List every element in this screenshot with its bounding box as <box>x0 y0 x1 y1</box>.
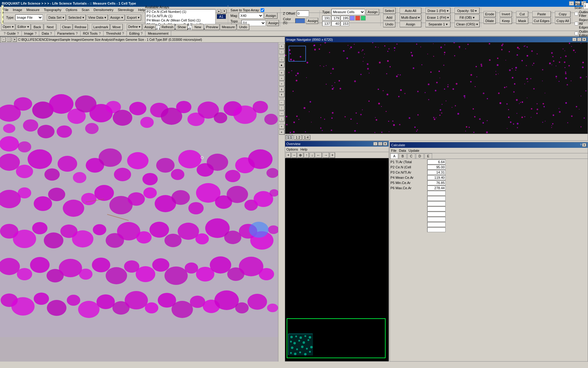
assign-color-btn[interactable]: Assign <box>306 18 318 24</box>
nav-left-fast-btn[interactable]: « <box>279 76 285 81</box>
keep-btn[interactable]: Keep <box>500 18 512 24</box>
mask-btn[interactable]: Mask <box>516 18 528 24</box>
copy-all-btn[interactable]: Copy All <box>555 18 570 24</box>
path-close-btn[interactable]: ✕ <box>13 37 17 42</box>
ov-cross-btn[interactable]: ⊕ <box>297 152 303 158</box>
nav-close-btn[interactable]: ✕ <box>582 38 586 41</box>
dilate-btn[interactable]: Dilate <box>484 18 496 24</box>
refresh-btn[interactable]: Refresh <box>160 24 175 30</box>
cut-btn[interactable]: Cut <box>516 11 528 17</box>
calc-update-menu[interactable]: Update <box>409 149 419 152</box>
nav-fit-btn[interactable]: □ <box>279 57 285 62</box>
scroll-down-btn[interactable]: ▼ <box>222 9 227 13</box>
menu-measure[interactable]: Measure <box>24 8 41 12</box>
mag-1to4-btn[interactable]: 1:4 <box>303 135 310 140</box>
clean-crs-btn[interactable]: Clean (CRS) ▾ <box>454 21 479 27</box>
back-btn[interactable]: Back <box>31 24 43 30</box>
menu-stereology[interactable]: Stereology <box>116 8 136 12</box>
view-data-button[interactable]: View Data ▾ <box>87 14 108 21</box>
scroll-up-btn[interactable]: ▲ <box>217 9 221 13</box>
nav-zoom-out-btn[interactable]: − <box>279 49 285 54</box>
assign-mag-btn[interactable]: Assign <box>264 13 277 19</box>
clean-btn[interactable]: Clean <box>60 24 73 30</box>
image-q[interactable]: ? <box>35 32 36 35</box>
ov-down-btn[interactable]: ↓ <box>310 152 315 158</box>
nav-1to1-btn[interactable]: ■ <box>279 63 285 67</box>
nav-left-btn[interactable]: ← <box>279 100 285 105</box>
guide-q1[interactable]: ? <box>4 32 6 35</box>
array-item-p3[interactable]: P3 Ce.N/Tl.Ar (1) <box>145 14 215 18</box>
multi-band-btn[interactable]: Multi-Band ▾ <box>400 14 422 21</box>
assign-topo-btn[interactable]: Assign <box>267 20 279 26</box>
params-q[interactable]: ? <box>76 32 78 35</box>
outline-filter-checkbox[interactable] <box>575 12 578 16</box>
ov-left-btn[interactable]: ← <box>315 152 322 158</box>
overview-close-btn[interactable]: ✕ <box>383 142 387 146</box>
data-q[interactable]: ? <box>50 32 52 35</box>
menu-topography[interactable]: Topography <box>42 8 63 12</box>
select-btn[interactable]: Select <box>383 8 396 14</box>
menu-densitometry[interactable]: Densitometry <box>92 8 115 12</box>
nav-right-btn[interactable]: → <box>279 111 285 116</box>
nav-image-content[interactable] <box>285 42 588 134</box>
assign-multiband-btn[interactable]: Assign <box>400 21 422 27</box>
mag-1to2-btn[interactable]: 1:2 <box>294 135 302 140</box>
copy-btn[interactable]: Copy <box>555 11 570 17</box>
nav-zoom-in-btn[interactable]: + <box>279 44 285 49</box>
separate1-btn[interactable]: Separate 1 ▾ <box>425 21 450 27</box>
zoffset-input[interactable] <box>297 10 309 17</box>
microscope-image[interactable] <box>0 43 285 362</box>
editor-btn[interactable]: Editor ▾ <box>16 24 31 30</box>
nav-plus-btn[interactable]: + <box>279 124 285 129</box>
show-btn[interactable]: Show <box>175 24 188 30</box>
define-btn[interactable]: Define ▾ <box>127 24 142 30</box>
calc-question-btn[interactable]: ? <box>580 143 582 147</box>
calc-tab-e[interactable]: E <box>424 153 432 159</box>
type-select[interactable]: Image File <box>15 14 43 21</box>
assign-define-btn[interactable]: Assign <box>143 24 156 30</box>
landmark-btn[interactable]: Landmark <box>92 24 110 30</box>
calc-tab-c[interactable]: C <box>407 153 415 159</box>
nav-up-fast-btn[interactable]: ↟ <box>279 92 285 97</box>
outline-editor-checkbox[interactable] <box>575 32 578 35</box>
ov-right-btn[interactable]: → <box>322 152 329 158</box>
mag-select[interactable]: X40 <box>239 13 263 19</box>
undo-run-btn[interactable]: Undo <box>237 24 249 30</box>
paste-btn[interactable]: Paste <box>532 11 551 17</box>
nav-down-btn[interactable]: ↓ <box>279 117 285 121</box>
fill-ob-btn[interactable]: Fill (OB) ▾ <box>454 14 479 21</box>
redraw-btn[interactable]: Redraw <box>73 24 88 30</box>
invert-btn[interactable]: Invert <box>500 11 512 17</box>
menu-scan[interactable]: Scan <box>80 8 91 12</box>
save-topo-checkbox[interactable] <box>261 8 264 12</box>
cut-edges-btn[interactable]: Cut Edges <box>532 18 551 24</box>
array-item-p4[interactable]: P4 Mean Ce.Ar (Mean Cell Size) (1) <box>145 18 215 22</box>
erase1-btn[interactable]: Erase 1 (FH) ▾ <box>425 14 450 21</box>
overview-options-menu[interactable]: Options <box>286 148 298 151</box>
next-btn[interactable]: Next <box>44 24 56 30</box>
ov-expand-btn[interactable]: + <box>330 152 335 158</box>
measure-run-btn[interactable]: Measure <box>220 24 236 30</box>
calc-close-btn[interactable]: ✕ <box>582 143 586 147</box>
selected-button[interactable]: Selected ▾ <box>67 14 86 21</box>
calc-tab-a[interactable]: A <box>390 153 398 159</box>
ov-up-btn[interactable]: ↑ <box>304 152 309 158</box>
auto-all-btn[interactable]: Auto All <box>400 8 422 14</box>
nav-up-btn[interactable]: ↑ <box>279 105 285 110</box>
measure-type-select[interactable]: Measure Cells <box>331 9 365 15</box>
nav-restore-btn[interactable]: □ <box>577 38 582 41</box>
calc-file-menu[interactable]: File <box>391 149 397 152</box>
opacity-btn[interactable]: Opacity: 50 ▾ <box>454 8 479 14</box>
path-restore-btn[interactable]: □ <box>7 37 11 42</box>
overview-image-content[interactable] <box>285 158 389 361</box>
open-btn[interactable]: Open ▾ <box>1 24 15 30</box>
overview-minimize-btn[interactable]: − <box>373 142 378 146</box>
assign-data-button[interactable]: Assign ▾ <box>109 14 125 21</box>
assign-measure-btn[interactable]: Assign <box>366 9 379 15</box>
calc-data-menu[interactable]: Data <box>399 149 406 152</box>
data-set-button[interactable]: Data Set ▾ <box>47 14 66 21</box>
nav-right-fast-btn[interactable]: » <box>279 81 285 86</box>
export-button[interactable]: Export ▾ <box>126 14 141 21</box>
add-btn[interactable]: Add <box>383 14 395 21</box>
pixel-scan-input[interactable] <box>583 3 588 9</box>
